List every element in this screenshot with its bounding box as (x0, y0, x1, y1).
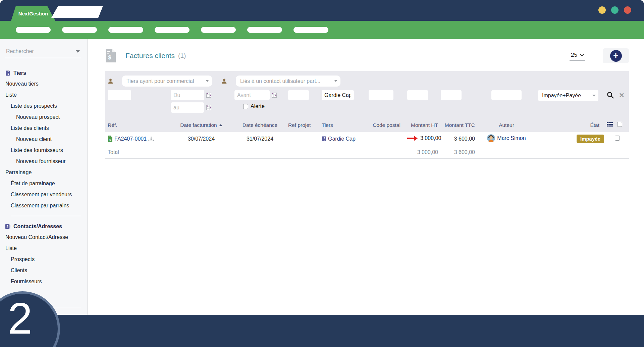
red-light-icon[interactable] (624, 6, 631, 14)
sidebar-item[interactable]: Liste des fournisseurs (0, 145, 87, 156)
commercial-filter-select[interactable]: Tiers ayant pour commercial (122, 76, 212, 87)
main-menu-bar (0, 21, 644, 39)
app-window: NextGestion Rechercher (0, 0, 644, 347)
green-light-icon[interactable] (611, 6, 619, 14)
yellow-light-icon[interactable] (598, 6, 606, 14)
montant-ht-cell: 3 000,00 (420, 135, 441, 141)
menu-pill[interactable] (247, 27, 282, 33)
column-header-code-postal[interactable]: Code postal (367, 119, 406, 132)
calendar-icon[interactable] (272, 93, 277, 98)
tiers-link[interactable]: Gardie Cap (328, 136, 356, 142)
sidebar-item[interactable]: Liste (0, 89, 87, 100)
ref-filter-input[interactable] (108, 90, 131, 100)
sidebar-item[interactable]: État de parrainage (0, 178, 87, 189)
date-echeance-cell: 31/07/2024 (233, 132, 287, 146)
page-size-select[interactable]: 25 (570, 51, 585, 61)
sidebar-item[interactable]: Nouveau prospect (0, 111, 87, 122)
top-bar: NextGestion (0, 0, 644, 21)
filter-panel: Tiers ayant pour commercial Liés à un co… (105, 71, 629, 159)
avant-date-input[interactable] (234, 90, 270, 100)
sidebar-item[interactable]: Liste des prospects (0, 100, 87, 111)
column-header-montant-ht[interactable]: Montant HT (406, 119, 439, 132)
page-title: Factures clients (125, 52, 175, 60)
sidebar-item[interactable]: Nouveau client (0, 134, 87, 145)
sidebar-item[interactable]: Clients (0, 265, 87, 276)
alerte-checkbox[interactable] (243, 104, 248, 109)
auteur-filter-input[interactable] (491, 90, 522, 100)
select-all-checkbox[interactable] (617, 122, 622, 127)
list-fields-icon[interactable] (607, 122, 613, 127)
menu-pill[interactable] (16, 27, 51, 33)
date-to-input[interactable] (171, 102, 204, 113)
column-header-etat[interactable]: État (537, 119, 605, 132)
chevron-down-icon (334, 80, 337, 82)
download-icon[interactable] (148, 136, 154, 142)
montant-ttc-cell: 3 600,00 (439, 132, 476, 146)
ref-projet-cell (287, 132, 320, 146)
sidebar-item[interactable]: Parrainage (0, 167, 87, 178)
column-header-date-echeance[interactable]: Date échéance (233, 119, 287, 132)
building-icon (5, 70, 10, 76)
invoice-file-icon: $ (108, 136, 113, 142)
menu-pill[interactable] (62, 27, 97, 33)
sidebar-item[interactable]: Classement par vendeurs (0, 189, 87, 200)
column-header-ref-projet[interactable]: Ref projet (287, 119, 320, 132)
total-montant-ht: 3 000,00 (406, 146, 439, 158)
sidebar-section-contacts: Contacts/Adresses (0, 224, 87, 230)
etat-filter-select[interactable]: Impayée+Payée (538, 90, 598, 101)
code-postal-filter-input[interactable] (369, 90, 393, 100)
code-postal-cell (367, 132, 406, 146)
menu-pill[interactable] (155, 27, 190, 33)
invoice-document-icon: $ (105, 49, 116, 62)
sidebar-item[interactable]: Liste (0, 243, 87, 254)
calendar-icon[interactable] (206, 93, 211, 98)
secondary-tab[interactable] (51, 6, 103, 18)
sidebar-item[interactable]: Nouveau fournisseur (0, 156, 87, 167)
menu-pill[interactable] (201, 27, 236, 33)
sidebar-item[interactable]: Liste des clients (0, 122, 87, 134)
brand-label: NextGestion (18, 11, 48, 16)
footer-bar (0, 315, 644, 347)
date-from-input[interactable] (171, 90, 204, 100)
brand-tab[interactable]: NextGestion (11, 6, 55, 21)
tiers-filter-input[interactable] (322, 90, 354, 100)
svg-text:$: $ (108, 55, 111, 60)
search-input[interactable]: Rechercher (5, 47, 81, 58)
section-title: Tiers (13, 70, 26, 76)
add-invoice-button[interactable]: + (610, 50, 622, 62)
sidebar-item[interactable]: Nouveau tiers (0, 78, 87, 89)
clear-filters-icon[interactable]: ✕ (619, 92, 625, 99)
ref-projet-filter-input[interactable] (288, 90, 309, 100)
sidebar-section-tiers: Tiers (0, 70, 87, 76)
column-header-ref[interactable]: Réf. (105, 119, 169, 132)
traffic-lights (598, 6, 631, 14)
search-icon[interactable] (607, 92, 614, 99)
column-header-auteur[interactable]: Auteur (476, 119, 537, 132)
auteur-link[interactable]: Marc Simon (497, 135, 526, 141)
record-count: (1) (178, 52, 186, 59)
sidebar-item[interactable]: Fournisseurs (0, 276, 87, 287)
chevron-down-icon (592, 95, 596, 97)
calendar-icon[interactable] (206, 105, 211, 110)
row-checkbox[interactable] (615, 136, 620, 141)
search-placeholder: Rechercher (6, 48, 34, 54)
invoice-ref-link[interactable]: FA2407-0001 (114, 136, 147, 142)
sidebar-item[interactable]: Classement par parrains (0, 200, 87, 211)
column-header-montant-ttc[interactable]: Montant TTC (439, 119, 476, 132)
montant-ttc-filter-input[interactable] (441, 90, 462, 100)
montant-ht-filter-input[interactable] (407, 90, 428, 100)
step-number: 2 (8, 294, 32, 343)
sidebar-divider (11, 216, 81, 216)
table-row: $ FA2407-0001 30/07/2024 31/07/2024 (105, 132, 629, 146)
column-header-tiers[interactable]: Tiers (320, 119, 367, 132)
contact-card-icon (5, 224, 10, 229)
menu-pill[interactable] (293, 27, 328, 33)
sidebar-item[interactable]: Prospects (0, 254, 87, 265)
sidebar-item[interactable]: Nouveau Contact/Adresse (0, 232, 87, 243)
building-icon (322, 136, 326, 141)
column-header-date-facturation[interactable]: Date facturation (169, 119, 233, 132)
total-label: Total (105, 146, 169, 158)
contact-filter-select[interactable]: Liés à un contact utilisateur part... (236, 76, 340, 87)
menu-pill[interactable] (108, 27, 143, 33)
total-row: Total 3 000,00 3 600,00 (105, 146, 629, 158)
